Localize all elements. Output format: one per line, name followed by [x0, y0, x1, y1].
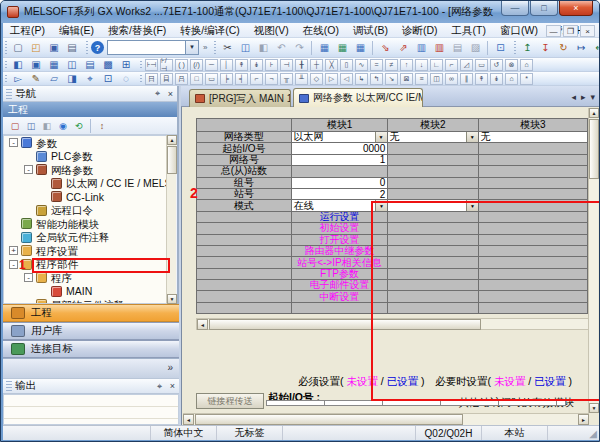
chevron-down-icon[interactable]: ▼ — [375, 132, 387, 142]
ladder-symbol-icon[interactable]: ▭ — [475, 59, 488, 71]
ladder-symbol-icon[interactable]: ◁ — [340, 73, 353, 85]
ladder-symbol-icon[interactable]: ▷ — [325, 73, 338, 85]
ladder-symbol-icon[interactable]: ╡ — [235, 73, 248, 85]
tree-item-intelligent-function-module[interactable]: 智能功能模块 — [4, 217, 167, 231]
drag-grip[interactable] — [6, 381, 12, 391]
write-to-plc-icon[interactable]: ⇘ — [377, 40, 393, 56]
device-search-icon[interactable]: ▦ — [316, 40, 332, 56]
scroll-down-icon[interactable]: ▼ — [589, 403, 599, 413]
instruction-search-icon[interactable]: ▦ — [334, 40, 350, 56]
cell-dropdown-network-type[interactable]: 无▼ — [388, 132, 479, 143]
resize-grip[interactable]: ◢ — [589, 428, 597, 439]
ladder-symbol-icon[interactable]: ╳ — [325, 59, 338, 71]
monitor-icon[interactable]: ▥ — [413, 40, 429, 56]
ladder-symbol-icon[interactable]: ╨ — [295, 73, 308, 85]
ladder-symbol-icon[interactable]: = — [370, 59, 383, 71]
refresh-icon[interactable]: ↻ — [555, 40, 571, 56]
tree-item-cclink[interactable]: CC-Link — [4, 190, 167, 204]
pin-icon[interactable]: ⌖ — [153, 381, 166, 392]
ladder-symbol-icon[interactable]: ⊦⊣ — [145, 59, 158, 71]
chevron-down-icon[interactable]: ▼ — [375, 200, 387, 210]
ladder-symbol-icon[interactable]: ⊠ — [400, 73, 413, 85]
ladder-symbol-icon[interactable]: □ — [190, 73, 203, 85]
link-ftp-parameters[interactable]: FTP参数 — [292, 269, 387, 280]
ladder-symbol-icon[interactable]: ╥ — [280, 73, 293, 85]
clipped-button[interactable]: 链接程传送 — [196, 393, 264, 409]
cross-ref-icon[interactable]: ⌖ — [82, 72, 98, 86]
ladder-symbol-icon[interactable]: ⊦ — [265, 59, 278, 71]
tree-item-main[interactable]: MAIN — [4, 285, 167, 299]
remote-operation-icon[interactable]: ⊡ — [492, 40, 508, 56]
ladder-symbol-icon[interactable]: ∞ — [445, 73, 458, 85]
tree-item-remote-password[interactable]: 远程口令 — [4, 204, 167, 218]
tree-item-network-parameter[interactable]: -网络参数 — [4, 163, 167, 177]
ladder-symbol-icon[interactable]: │ — [220, 59, 233, 71]
cell-input-group-no[interactable]: 0 — [292, 178, 388, 189]
ladder-symbol-icon[interactable]: ↳ — [355, 73, 368, 85]
link-open-setting[interactable]: 打开设置 — [292, 235, 387, 246]
scroll-thumb[interactable] — [195, 414, 463, 425]
collapse-icon[interactable]: - — [24, 165, 33, 174]
print-icon[interactable]: ▤ — [64, 40, 80, 56]
close-icon[interactable]: × — [166, 381, 179, 391]
ladder-symbol-icon[interactable]: (/) — [190, 59, 203, 71]
toolbar-overflow-icon[interactable]: » — [203, 43, 207, 52]
toolbar-combo-input[interactable]: ▼ — [107, 40, 199, 55]
link-email-setting[interactable]: 电子邮件设置 — [292, 280, 387, 291]
link-operation-setting[interactable]: 运行设置 — [292, 212, 387, 223]
ladder-symbol-icon[interactable]: ┼ — [310, 59, 323, 71]
ladder-symbol-icon[interactable]: ⊗ — [505, 59, 518, 71]
scroll-left-icon[interactable]: ◄ — [197, 319, 208, 330]
interlock-icon[interactable]: ▱ — [46, 72, 62, 86]
nav-property-icon[interactable]: ◉ — [56, 118, 70, 134]
tree-item-program[interactable]: -程序 — [4, 271, 167, 285]
pin-icon[interactable]: ⌖ — [151, 88, 164, 99]
open-folder-icon[interactable]: ◰ — [28, 40, 44, 56]
ladder-symbol-icon[interactable]: ⌐ — [445, 59, 458, 71]
link-initial-setting[interactable]: 初始设置 — [292, 223, 387, 234]
close-icon[interactable]: × — [164, 89, 177, 99]
cascade-window-icon[interactable]: ▤ — [82, 58, 98, 72]
ladder-symbol-icon[interactable]: ◇ — [310, 73, 323, 85]
ladder-symbol-icon[interactable]: ↓ — [415, 59, 428, 71]
scroll-up-icon[interactable]: ▲ — [589, 108, 599, 118]
ladder-symbol-icon[interactable]: ( ) — [175, 59, 188, 71]
menu-edit[interactable]: 编辑(E) — [52, 23, 101, 38]
ladder-symbol-icon[interactable]: ⊣ — [280, 59, 293, 71]
ladder-symbol-icon[interactable]: ─ — [205, 59, 218, 71]
tree-item-pou[interactable]: -程序部件 — [4, 258, 167, 272]
sheet-horizontal-scrollbar[interactable]: ◄ ► — [183, 413, 589, 425]
cut-icon[interactable]: ✂ — [219, 40, 235, 56]
ladder-symbol-icon[interactable]: ↺ — [490, 59, 503, 71]
new-file-icon[interactable]: ▢ — [10, 40, 26, 56]
tab-next-icon[interactable]: ▸ — [581, 92, 586, 102]
ladder-symbol-icon[interactable]: ⌂ — [505, 73, 518, 85]
scroll-thumb[interactable] — [167, 146, 177, 174]
nav-button-project[interactable]: 工程 — [3, 304, 179, 322]
project-window-icon[interactable]: ◧ — [10, 58, 26, 72]
scroll-left-icon[interactable]: ◄ — [183, 414, 194, 425]
menu-convert-compile[interactable]: 转换/编译(C) — [173, 23, 247, 38]
cell-dropdown-mode[interactable]: ▼ — [388, 200, 479, 211]
ladder-symbol-icon[interactable]: ∿ — [355, 59, 368, 71]
ladder-symbol-icon[interactable]: 日 — [145, 73, 158, 85]
cell-input-network-no[interactable]: 1 — [292, 155, 388, 166]
read-from-plc-icon[interactable]: ⇗ — [395, 40, 411, 56]
tab-network-parameter[interactable]: 网络参数 以太网/CC IE/ME... × — [293, 88, 423, 107]
ladder-symbol-icon[interactable]: ↡ — [490, 73, 503, 85]
ladder-symbol-icon[interactable]: ⊦/⊣ — [160, 59, 173, 71]
scroll-right-icon[interactable]: ► — [578, 414, 589, 425]
tile-window-icon[interactable]: ◫ — [64, 58, 80, 72]
zoom-window-icon[interactable]: ⊞ — [118, 58, 134, 72]
nav-copy-icon[interactable]: ◫ — [24, 118, 38, 134]
tab-menu-icon[interactable]: ▾ — [590, 92, 595, 102]
link-router-relay-parameter[interactable]: 路由器中继参数 — [292, 246, 387, 257]
ladder-symbol-icon[interactable]: ∥ — [460, 73, 473, 85]
ladder-symbol-icon[interactable]: ▭ — [205, 73, 218, 85]
chevron-down-icon[interactable]: ▼ — [185, 41, 198, 54]
ladder-symbol-icon[interactable]: ¬ — [265, 73, 278, 85]
nav-new-icon[interactable]: ▢ — [8, 118, 22, 134]
mdi-minimize-button[interactable]: — — [546, 25, 561, 37]
paste-icon[interactable]: ◧ — [255, 40, 271, 56]
collapse-icon[interactable]: - — [9, 260, 18, 269]
